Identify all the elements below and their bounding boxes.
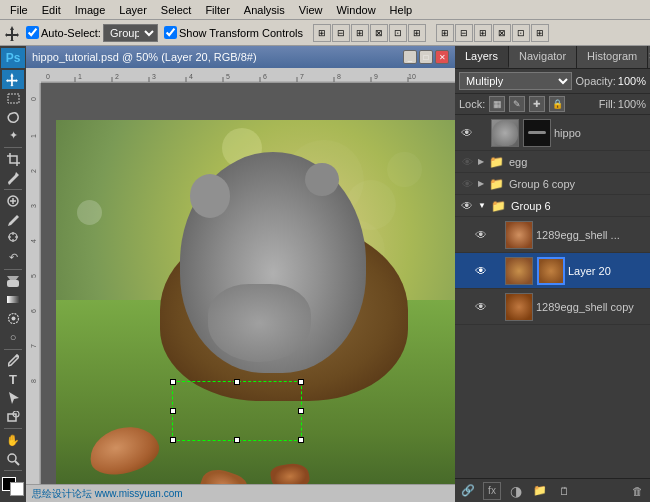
auto-select-dropdown[interactable]: Group Layer bbox=[103, 24, 158, 42]
layer-item-group6[interactable]: 👁 ▼ 📁 Group 6 bbox=[455, 195, 650, 217]
eye-group6copy[interactable]: 👁 bbox=[459, 176, 475, 192]
link-layers-btn[interactable]: 🔗 bbox=[459, 482, 477, 500]
eye-eggshellcopy[interactable]: 👁 bbox=[473, 299, 489, 315]
svg-text:9: 9 bbox=[374, 73, 378, 80]
canvas-close-btn[interactable]: ✕ bbox=[435, 50, 449, 64]
eye-layer20[interactable]: 👁 bbox=[473, 263, 489, 279]
gradient-tool[interactable] bbox=[2, 290, 24, 309]
eye-egg[interactable]: 👁 bbox=[459, 154, 475, 170]
marquee-tool[interactable] bbox=[2, 89, 24, 108]
lock-position-btn[interactable]: ✚ bbox=[529, 96, 545, 112]
thumb-eggshell bbox=[505, 221, 533, 249]
background-color[interactable] bbox=[10, 482, 24, 496]
align-left-btn[interactable]: ⊞ bbox=[313, 24, 331, 42]
menu-analysis[interactable]: Analysis bbox=[238, 0, 291, 19]
layer-item-hippo[interactable]: 👁 hippo bbox=[455, 115, 650, 151]
blend-mode-row: Multiply Normal Screen Overlay Opacity: … bbox=[455, 69, 650, 94]
blur-tool[interactable] bbox=[2, 309, 24, 328]
layer-item-layer20[interactable]: 👁 Layer 20 bbox=[455, 253, 650, 289]
canvas-minimize-btn[interactable]: _ bbox=[403, 50, 417, 64]
align-right-btn[interactable]: ⊞ bbox=[351, 24, 369, 42]
menu-edit[interactable]: Edit bbox=[36, 0, 67, 19]
panel-bottom-bar: 🔗 fx ◑ 📁 🗒 🗑 bbox=[455, 478, 650, 502]
svg-text:0: 0 bbox=[46, 73, 50, 80]
svg-text:5: 5 bbox=[226, 73, 230, 80]
svg-text:4: 4 bbox=[189, 73, 193, 80]
distribute-buttons: ⊞ ⊟ ⊞ ⊠ ⊡ ⊞ bbox=[436, 24, 549, 42]
dist-mid-btn[interactable]: ⊡ bbox=[512, 24, 530, 42]
dist-left-btn[interactable]: ⊞ bbox=[436, 24, 454, 42]
menu-help[interactable]: Help bbox=[384, 0, 419, 19]
blend-mode-select[interactable]: Multiply Normal Screen Overlay bbox=[459, 72, 572, 90]
align-middle-btn[interactable]: ⊡ bbox=[389, 24, 407, 42]
tab-layers[interactable]: Layers bbox=[455, 46, 509, 68]
svg-point-21 bbox=[8, 454, 16, 462]
expand-group6copy[interactable]: ▶ bbox=[478, 179, 484, 188]
show-transform-checkbox[interactable] bbox=[164, 26, 177, 39]
svg-text:6: 6 bbox=[263, 73, 267, 80]
lasso-tool[interactable] bbox=[2, 108, 24, 127]
history-brush-tool[interactable]: ↶ bbox=[2, 248, 24, 267]
text-tool[interactable]: T bbox=[2, 370, 24, 389]
color-boxes[interactable] bbox=[2, 477, 24, 496]
menu-view[interactable]: View bbox=[293, 0, 329, 19]
align-top-btn[interactable]: ⊠ bbox=[370, 24, 388, 42]
layer-item-group6copy[interactable]: 👁 ▶ 📁 Group 6 copy bbox=[455, 173, 650, 195]
expand-egg[interactable]: ▶ bbox=[478, 157, 484, 166]
menu-file[interactable]: File bbox=[4, 0, 34, 19]
menu-select[interactable]: Select bbox=[155, 0, 198, 19]
clone-stamp-tool[interactable] bbox=[2, 230, 24, 249]
brush-tool[interactable] bbox=[2, 211, 24, 230]
tab-histogram[interactable]: Histogram bbox=[577, 46, 648, 68]
add-adjustment-btn[interactable]: ◑ bbox=[507, 482, 525, 500]
dist-center-btn[interactable]: ⊟ bbox=[455, 24, 473, 42]
tool-separator-1 bbox=[4, 147, 22, 148]
delete-layer-btn[interactable]: 🗑 bbox=[628, 482, 646, 500]
shape-tool[interactable] bbox=[2, 407, 24, 426]
layer-item-eggshell[interactable]: 👁 1289egg_shell ... bbox=[455, 217, 650, 253]
svg-point-3 bbox=[8, 182, 10, 184]
auto-select-checkbox[interactable] bbox=[26, 26, 39, 39]
canvas-content[interactable]: 思绘设计论坛 www.missyuan.com Alfoart.com bbox=[56, 120, 455, 502]
layer-item-eggshellcopy[interactable]: 👁 1289egg_shell copy bbox=[455, 289, 650, 325]
fill-value: 100% bbox=[618, 98, 646, 110]
svg-text:3: 3 bbox=[152, 73, 156, 80]
menu-layer[interactable]: Layer bbox=[113, 0, 153, 19]
new-layer-btn[interactable]: 🗒 bbox=[555, 482, 573, 500]
layer-fx-btn[interactable]: fx bbox=[483, 482, 501, 500]
auto-select-label: Auto-Select: bbox=[41, 27, 101, 39]
layer-item-egg[interactable]: 👁 ▶ 📁 egg bbox=[455, 151, 650, 173]
crop-tool[interactable] bbox=[2, 150, 24, 169]
eyedropper-tool[interactable] bbox=[2, 169, 24, 188]
dodge-tool[interactable]: ○ bbox=[2, 328, 24, 347]
lock-all-btn[interactable]: 🔒 bbox=[549, 96, 565, 112]
menu-window[interactable]: Window bbox=[330, 0, 381, 19]
fill-label: Fill: bbox=[599, 98, 616, 110]
pen-tool[interactable] bbox=[2, 351, 24, 370]
align-bottom-btn[interactable]: ⊞ bbox=[408, 24, 426, 42]
right-panels: Layers Navigator Histogram ✕ Multiply No… bbox=[455, 46, 650, 502]
menu-filter[interactable]: Filter bbox=[199, 0, 235, 19]
expand-group6[interactable]: ▼ bbox=[478, 201, 486, 210]
lock-transparent-btn[interactable]: ▦ bbox=[489, 96, 505, 112]
eye-hippo[interactable]: 👁 bbox=[459, 125, 475, 141]
canvas-maximize-btn[interactable]: □ bbox=[419, 50, 433, 64]
move-tool[interactable] bbox=[2, 70, 24, 89]
dist-right-btn[interactable]: ⊞ bbox=[474, 24, 492, 42]
tab-navigator[interactable]: Navigator bbox=[509, 46, 577, 68]
hand-tool[interactable]: ✋ bbox=[2, 431, 24, 450]
path-select-tool[interactable] bbox=[2, 389, 24, 408]
menu-image[interactable]: Image bbox=[69, 0, 112, 19]
new-group-btn[interactable]: 📁 bbox=[531, 482, 549, 500]
align-center-h-btn[interactable]: ⊟ bbox=[332, 24, 350, 42]
eraser-tool[interactable] bbox=[2, 272, 24, 291]
layer-name-eggshell: 1289egg_shell ... bbox=[536, 229, 646, 241]
dist-bottom-btn[interactable]: ⊞ bbox=[531, 24, 549, 42]
spot-heal-tool[interactable] bbox=[2, 192, 24, 211]
dist-top-btn[interactable]: ⊠ bbox=[493, 24, 511, 42]
eye-group6[interactable]: 👁 bbox=[459, 198, 475, 214]
magic-wand-tool[interactable]: ✦ bbox=[2, 126, 24, 145]
lock-image-btn[interactable]: ✎ bbox=[509, 96, 525, 112]
zoom-tool[interactable] bbox=[2, 450, 24, 469]
eye-eggshell[interactable]: 👁 bbox=[473, 227, 489, 243]
